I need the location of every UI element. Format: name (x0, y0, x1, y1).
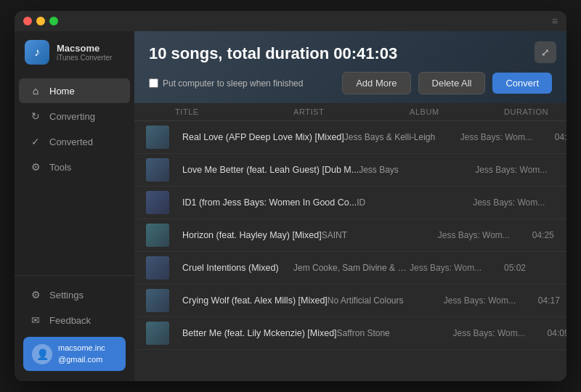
minimize-button[interactable] (36, 17, 45, 25)
converting-icon: ↻ (29, 110, 42, 122)
table-header: TITLE ARTIST ALBUM DURATION (134, 103, 566, 121)
track-thumbnail (146, 126, 169, 149)
delete-all-button[interactable]: Delete All (418, 72, 486, 94)
track-title-col: Real Love (AFP Deep Love Mix) [Mixed] (175, 132, 344, 142)
content-area: ⤢ 10 songs, total duration 00:41:03 Put … (134, 31, 566, 381)
track-thumbnail (146, 191, 169, 214)
header-controls: Put computer to sleep when finished Add … (149, 72, 552, 94)
traffic-lights (23, 17, 58, 25)
user-info: macsome.inc @gmail.com (58, 343, 105, 365)
sidebar-bottom: ⚙ Settings ✉ Feedback 👤 macsome.inc @gma… (15, 275, 134, 381)
user-avatar: 👤 (32, 344, 52, 364)
track-artist: No Artificial Colours (328, 295, 444, 306)
maximize-button[interactable] (49, 17, 58, 25)
app-name: Macsome (57, 43, 112, 54)
track-album: Jess Bays: Wom... (475, 165, 566, 175)
track-album: Jess Bays: Wom... (460, 132, 555, 142)
app-subtitle: iTunes Converter (57, 54, 112, 62)
sidebar-item-converted-label: Converted (49, 136, 93, 147)
track-title-col: Better Me (feat. Lily Mckenzie) [Mixed] (175, 328, 337, 338)
avatar-icon: 👤 (36, 348, 49, 360)
main-layout: ♪ Macsome iTunes Converter ⌂ Home ↻ Conv… (15, 31, 566, 381)
converted-icon: ✓ (29, 136, 42, 147)
track-artist: SAINT (322, 230, 438, 240)
track-title-col: Crying Wolf (feat. Alex Mills) [Mixed] (175, 295, 328, 306)
track-album: Jess Bays: Wom... (438, 230, 532, 240)
table-row[interactable]: Horizon (feat. Hayley May) [Mixed] SAINT… (134, 219, 566, 252)
track-title-col: ID1 (from Jess Bays: Women In Good Co... (175, 197, 357, 208)
logo-icon: ♪ (25, 40, 49, 65)
track-thumbnail (146, 289, 169, 312)
sidebar: ♪ Macsome iTunes Converter ⌂ Home ↻ Conv… (15, 31, 134, 381)
tools-icon: ⚙ (29, 161, 42, 173)
content-title: 10 songs, total duration 00:41:03 (149, 44, 552, 63)
track-title-col: Cruel Intentions (Mixed) (175, 263, 293, 273)
track-thumbnail (146, 322, 169, 345)
track-duration: 04:17 (538, 295, 566, 306)
logo-text: Macsome iTunes Converter (57, 43, 112, 62)
track-title: Crying Wolf (feat. Alex Mills) [Mixed] (182, 295, 328, 306)
track-artist: Jess Bays & Kelli-Leigh (344, 132, 460, 142)
track-artist: Saffron Stone (337, 328, 453, 338)
track-title: Better Me (feat. Lily Mckenzie) [Mixed] (182, 328, 337, 338)
table-row[interactable]: Cruel Intentions (Mixed) Jem Cooke, Sam … (134, 252, 566, 285)
sidebar-item-home-label: Home (49, 86, 75, 97)
user-email: @gmail.com (58, 354, 105, 365)
sleep-label-text: Put computer to sleep when finished (163, 78, 303, 89)
sidebar-item-settings-label: Settings (49, 290, 84, 301)
track-thumbnail (146, 224, 169, 247)
sidebar-item-converting-label: Converting (49, 111, 95, 122)
track-list-container: TITLE ARTIST ALBUM DURATION Real Love (A… (134, 103, 566, 381)
sleep-checkbox-label[interactable]: Put computer to sleep when finished (149, 78, 335, 89)
track-album: Jess Bays: Wom... (473, 197, 566, 208)
track-artist: ID (357, 197, 473, 208)
sidebar-item-converting[interactable]: ↻ Converting (19, 104, 130, 128)
track-thumbnail (146, 256, 169, 279)
corner-action-button[interactable]: ⤢ (535, 41, 556, 63)
user-card[interactable]: 👤 macsome.inc @gmail.com (23, 337, 126, 371)
home-icon: ⌂ (29, 85, 42, 97)
track-title: Cruel Intentions (Mixed) (182, 263, 293, 273)
track-title: ID1 (from Jess Bays: Women In Good Co... (182, 197, 357, 208)
sidebar-item-feedback[interactable]: ✉ Feedback (19, 308, 130, 332)
corner-icon: ⤢ (541, 46, 550, 58)
track-album: Jess Bays: Wom... (453, 328, 548, 338)
col-title: TITLE (175, 107, 293, 116)
track-thumbnail (146, 158, 169, 181)
sidebar-item-home[interactable]: ⌂ Home (19, 78, 130, 103)
track-title-col: Horizon (feat. Hayley May) [Mixed] (175, 230, 322, 240)
col-album: ALBUM (410, 107, 504, 116)
close-button[interactable] (23, 17, 32, 25)
track-duration: 04:09 (548, 328, 566, 338)
track-title: Love Me Better (feat. Leah Guest) [Dub M… (182, 165, 359, 175)
add-more-button[interactable]: Add More (342, 72, 410, 94)
track-album: Jess Bays: Wom... (444, 295, 538, 306)
track-duration: 05:02 (504, 263, 555, 273)
table-row[interactable]: Better Me (feat. Lily Mckenzie) [Mixed] … (134, 317, 566, 350)
col-thumb (146, 107, 175, 116)
sidebar-item-converted[interactable]: ✓ Converted (19, 129, 130, 154)
table-row[interactable]: Real Love (AFP Deep Love Mix) [Mixed] Je… (134, 121, 566, 154)
logo-music-icon: ♪ (34, 46, 40, 59)
sidebar-nav: ⌂ Home ↻ Converting ✓ Converted ⚙ Tools (15, 73, 134, 275)
content-header: 10 songs, total duration 00:41:03 Put co… (134, 31, 566, 103)
sidebar-item-tools-label: Tools (49, 162, 71, 173)
settings-icon: ⚙ (29, 289, 42, 301)
col-duration: DURATION (504, 107, 555, 116)
app-window: ≡ ♪ Macsome iTunes Converter ⌂ Home (15, 11, 566, 381)
table-row[interactable]: Love Me Better (feat. Leah Guest) [Dub M… (134, 154, 566, 187)
sidebar-item-tools[interactable]: ⚙ Tools (19, 155, 130, 179)
sidebar-item-feedback-label: Feedback (49, 315, 91, 326)
table-row[interactable]: Crying Wolf (feat. Alex Mills) [Mixed] N… (134, 285, 566, 317)
track-title-col: Love Me Better (feat. Leah Guest) [Dub M… (175, 165, 359, 175)
sidebar-item-settings[interactable]: ⚙ Settings (19, 282, 130, 307)
user-name: macsome.inc (58, 343, 105, 354)
convert-button[interactable]: Convert (492, 73, 552, 94)
table-row[interactable]: ID1 (from Jess Bays: Women In Good Co...… (134, 187, 566, 219)
track-duration: 04:25 (532, 230, 566, 240)
track-title: Horizon (feat. Hayley May) [Mixed] (182, 230, 322, 240)
sleep-checkbox[interactable] (149, 78, 158, 88)
col-artist: ARTIST (293, 107, 410, 116)
menu-icon[interactable]: ≡ (552, 15, 558, 27)
track-duration: 04:17 (555, 132, 566, 142)
